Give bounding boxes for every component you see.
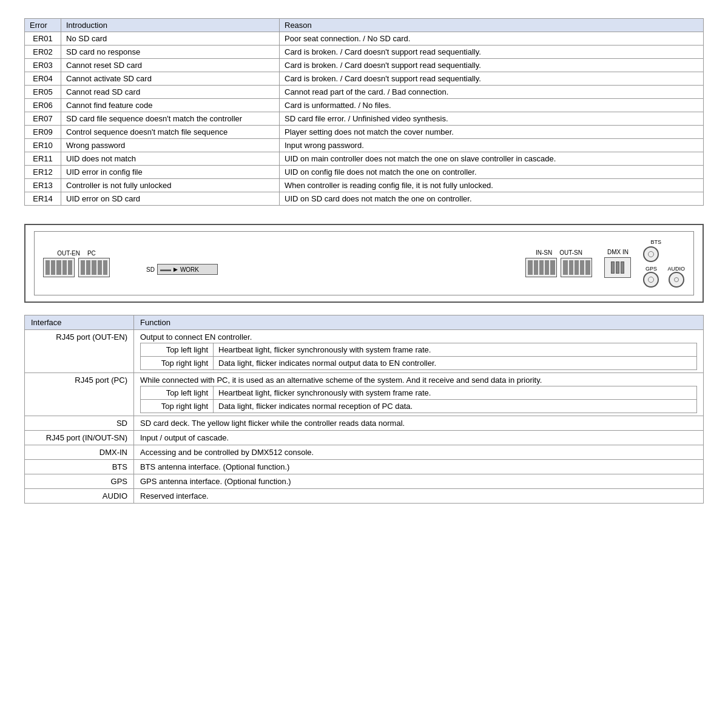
- error-code: ER13: [25, 179, 61, 192]
- dmx-in-label: DMX IN: [607, 249, 629, 255]
- function-text: Output to connect EN controller.: [140, 332, 697, 342]
- sd-diagram-label: SD: [146, 266, 155, 273]
- interface-name: BTS: [25, 460, 134, 474]
- error-reason: Card is unformatted. / No files.: [280, 99, 704, 112]
- interface-row: BTSBTS antenna interface. (Optional func…: [25, 460, 704, 474]
- error-reason: UID on main controller does not match th…: [280, 152, 704, 166]
- error-intro: SD card no response: [61, 46, 280, 59]
- audio-port: [669, 272, 684, 288]
- sub-function: Heartbeat light, flicker synchronously w…: [214, 343, 697, 357]
- audio-diagram-label: AUDIO: [667, 266, 685, 272]
- sub-table: Top left lightHeartbeat light, flicker s…: [140, 343, 697, 370]
- controller-diagram: OUT-EN PC SD: [24, 224, 704, 303]
- error-code: ER11: [25, 152, 61, 166]
- function-col-header: Function: [134, 315, 704, 330]
- error-intro: Cannot find feature code: [61, 99, 280, 112]
- error-table: ErrorIntroductionReason ER01No SD cardPo…: [24, 18, 704, 206]
- error-intro: Controller is not fully unlocked: [61, 179, 280, 192]
- interface-row: RJ45 port (OUT-EN)Output to connect EN c…: [25, 330, 704, 373]
- error-reason: When controller is reading config file, …: [280, 179, 704, 192]
- out-en-label: OUT-EN: [57, 250, 80, 257]
- error-code: ER07: [25, 112, 61, 126]
- sub-function: Data light, flicker indicates normal out…: [214, 357, 697, 370]
- interface-row: GPSGPS antenna interface. (Optional func…: [25, 474, 704, 489]
- sub-row: Top left lightHeartbeat light, flicker s…: [141, 343, 697, 357]
- interface-function: While connected with PC, it is used as a…: [134, 373, 704, 416]
- error-intro: Cannot read SD card: [61, 86, 280, 99]
- interface-row: AUDIOReserved interface.: [25, 489, 704, 504]
- gps-diagram-label: GPS: [645, 266, 657, 272]
- error-code: ER06: [25, 99, 61, 112]
- interface-name: RJ45 port (IN/OUT-SN): [25, 431, 134, 445]
- interface-name: SD: [25, 416, 134, 431]
- interface-name: RJ45 port (OUT-EN): [25, 330, 134, 373]
- interface-row: DMX-INAccessing and be controlled by DMX…: [25, 445, 704, 460]
- sub-table: Top left lightHeartbeat light, flicker s…: [140, 386, 697, 413]
- error-code: ER03: [25, 59, 61, 72]
- error-intro: Cannot reset SD card: [61, 59, 280, 72]
- sub-row: Top right lightData light, flicker indic…: [141, 400, 697, 413]
- out-sn-label: OUT-SN: [559, 249, 582, 256]
- dmx-connector: [604, 257, 631, 278]
- sub-label: Top right light: [141, 357, 214, 370]
- error-intro: Control sequence doesn't match file sequ…: [61, 126, 280, 139]
- sub-function: Data light, flicker indicates normal rec…: [214, 400, 697, 413]
- interface-name: DMX-IN: [25, 445, 134, 460]
- error-code: ER01: [25, 32, 61, 46]
- interface-row: RJ45 port (IN/OUT-SN)Input / output of c…: [25, 431, 704, 445]
- sub-row: Top right lightData light, flicker indic…: [141, 357, 697, 370]
- audio-section: AUDIO: [667, 266, 685, 288]
- error-code: ER10: [25, 139, 61, 152]
- interface-function: Input / output of cascade.: [134, 431, 704, 445]
- interface-name: GPS: [25, 474, 134, 489]
- interface-row: SDSD card deck. The yellow light flicker…: [25, 416, 704, 431]
- error-reason: UID on SD card does not match the one on…: [280, 192, 704, 206]
- out-en-connector: [43, 258, 75, 277]
- sub-function: Heartbeat light, flicker synchronously w…: [214, 386, 697, 400]
- error-reason: Card is broken. / Card doesn't support r…: [280, 72, 704, 86]
- error-reason: Poor seat connection. / No SD card.: [280, 32, 704, 46]
- gps-section: GPS: [643, 266, 659, 288]
- interface-function: SD card deck. The yellow light flicker w…: [134, 416, 704, 431]
- error-code: ER14: [25, 192, 61, 206]
- error-reason: Card is broken. / Card doesn't support r…: [280, 46, 704, 59]
- error-intro: UID error on SD card: [61, 192, 280, 206]
- error-intro: SD card file sequence doesn't match the …: [61, 112, 280, 126]
- work-label: WORK: [180, 266, 199, 273]
- in-sn-connector: [525, 258, 557, 277]
- pc-label: PC: [87, 250, 96, 257]
- error-intro: UID does not match: [61, 152, 280, 166]
- error-intro: UID error in config file: [61, 166, 280, 179]
- interface-table: Interface Function RJ45 port (OUT-EN)Out…: [24, 315, 704, 504]
- error-reason: UID on config file does not match the on…: [280, 166, 704, 179]
- interface-function: BTS antenna interface. (Optional functio…: [134, 460, 704, 474]
- interface-name: AUDIO: [25, 489, 134, 504]
- interface-name: RJ45 port (PC): [25, 373, 134, 416]
- gps-port: [643, 272, 659, 288]
- sub-label: Top left light: [141, 386, 214, 400]
- pc-connector: [78, 258, 110, 277]
- sub-row: Top left lightHeartbeat light, flicker s…: [141, 386, 697, 400]
- error-intro: Cannot activate SD card: [61, 72, 280, 86]
- error-code: ER02: [25, 46, 61, 59]
- error-code: ER09: [25, 126, 61, 139]
- interface-function: GPS antenna interface. (Optional functio…: [134, 474, 704, 489]
- error-intro: No SD card: [61, 32, 280, 46]
- interface-row: RJ45 port (PC)While connected with PC, i…: [25, 373, 704, 416]
- out-sn-connector: [561, 258, 592, 277]
- error-reason: Input wrong password.: [280, 139, 704, 152]
- sub-label: Top right light: [141, 400, 214, 413]
- interface-col-header: Interface: [25, 315, 134, 330]
- error-code: ER05: [25, 86, 61, 99]
- function-text: While connected with PC, it is used as a…: [140, 376, 697, 385]
- interface-function: Reserved interface.: [134, 489, 704, 504]
- error-reason: SD card file error. / Unfinished video s…: [280, 112, 704, 126]
- bts-diagram-label: BTS: [650, 239, 661, 245]
- error-reason: Player setting does not match the cover …: [280, 126, 704, 139]
- sub-label: Top left light: [141, 343, 214, 357]
- in-sn-label: IN-SN: [536, 249, 552, 256]
- bts-port: [643, 246, 659, 262]
- error-code: ER04: [25, 72, 61, 86]
- error-code: ER12: [25, 166, 61, 179]
- interface-function: Accessing and be controlled by DMX512 co…: [134, 445, 704, 460]
